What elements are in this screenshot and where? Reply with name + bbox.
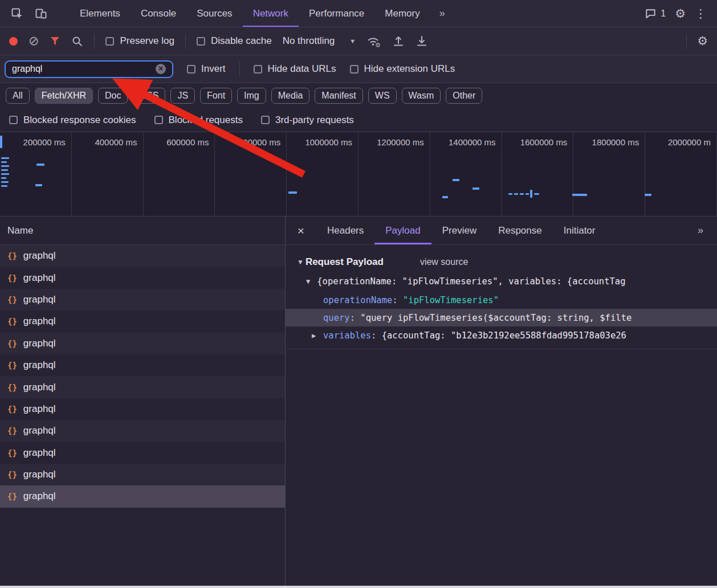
- tab-console[interactable]: Console: [131, 0, 186, 27]
- waterfall-request-bar[interactable]: [1, 185, 7, 187]
- waterfall-request-bar[interactable]: [514, 193, 518, 195]
- settings-gear-icon[interactable]: ⚙: [675, 7, 686, 21]
- preserve-log-checkbox-group[interactable]: Preserve log: [105, 35, 174, 47]
- view-source-link[interactable]: view source: [420, 257, 468, 267]
- request-row[interactable]: {}graphql: [0, 485, 285, 507]
- request-row[interactable]: {}graphql: [0, 398, 285, 420]
- type-filter-js[interactable]: JS: [170, 88, 195, 104]
- tab-memory[interactable]: Memory: [374, 0, 430, 27]
- search-network-icon[interactable]: [71, 35, 83, 47]
- clear-network-log-icon[interactable]: ⊘: [28, 35, 39, 47]
- expand-arrow-icon[interactable]: ▶: [312, 332, 323, 340]
- network-settings-gear-icon[interactable]: ⚙: [697, 34, 708, 48]
- type-filter-css[interactable]: CSS: [133, 88, 165, 104]
- type-filter-other[interactable]: Other: [446, 88, 482, 104]
- waterfall-request-bar[interactable]: [442, 196, 448, 198]
- hide-extension-urls-checkbox-group[interactable]: Hide extension URLs: [350, 63, 455, 75]
- request-row[interactable]: {}graphql: [0, 442, 285, 464]
- tab-elements[interactable]: Elements: [70, 0, 131, 27]
- waterfall-request-bar[interactable]: [472, 187, 479, 190]
- request-row[interactable]: {}graphql: [0, 420, 285, 442]
- third-party-checkbox[interactable]: [261, 116, 270, 124]
- clear-filter-icon[interactable]: ×: [156, 64, 166, 74]
- details-tab-response[interactable]: Response: [487, 217, 553, 244]
- name-column-header[interactable]: Name: [0, 217, 285, 245]
- waterfall-request-bar[interactable]: [36, 164, 44, 166]
- hide-extension-urls-checkbox[interactable]: [350, 65, 358, 74]
- waterfall-request-bar[interactable]: [572, 194, 587, 196]
- request-row[interactable]: {}graphql: [0, 245, 285, 267]
- payload-root-row[interactable]: ▼ {operationName: "ipFlowTimeseries", va…: [286, 272, 717, 291]
- hide-data-urls-checkbox[interactable]: [254, 65, 262, 74]
- disable-cache-checkbox-group[interactable]: Disable cache: [197, 35, 272, 47]
- expand-arrow-icon[interactable]: ▼: [306, 277, 310, 285]
- type-filter-media[interactable]: Media: [271, 88, 310, 104]
- type-filter-all[interactable]: All: [6, 88, 30, 104]
- details-tab-payload[interactable]: Payload: [374, 217, 431, 244]
- inspect-element-icon[interactable]: [7, 3, 27, 24]
- request-row[interactable]: {}graphql: [0, 267, 285, 288]
- blocked-requests-checkbox-group[interactable]: Blocked requests: [154, 115, 243, 126]
- invert-checkbox[interactable]: [187, 65, 195, 74]
- waterfall-request-bar[interactable]: [530, 190, 532, 198]
- payload-row[interactable]: ▶variables: {accountTag: "b12e3b2192ee55…: [286, 326, 717, 344]
- waterfall-request-bar[interactable]: [0, 136, 2, 148]
- request-row[interactable]: {}graphql: [0, 333, 285, 354]
- details-tab-headers[interactable]: Headers: [316, 217, 374, 244]
- waterfall-request-bar[interactable]: [288, 191, 297, 194]
- blocked-cookies-checkbox-group[interactable]: Blocked response cookies: [9, 115, 136, 126]
- waterfall-request-bar[interactable]: [1, 165, 9, 167]
- payload-row[interactable]: query: "query ipFlowTimeseries($accountT…: [286, 309, 717, 326]
- waterfall-request-bar[interactable]: [520, 193, 524, 195]
- waterfall-request-bar[interactable]: [534, 193, 539, 195]
- details-tab-initiator[interactable]: Initiator: [553, 217, 606, 244]
- request-row[interactable]: {}graphql: [0, 464, 285, 485]
- more-tabs-icon[interactable]: »: [434, 0, 451, 27]
- type-filter-font[interactable]: Font: [200, 88, 232, 104]
- record-network-log-button[interactable]: [9, 37, 18, 46]
- type-filter-doc[interactable]: Doc: [98, 88, 128, 104]
- type-filter-ws[interactable]: WS: [368, 88, 397, 104]
- waterfall-request-bar[interactable]: [1, 177, 6, 179]
- network-overview-waterfall[interactable]: 200000 ms400000 ms600000 ms800000 ms1000…: [0, 132, 717, 217]
- waterfall-request-bar[interactable]: [1, 157, 9, 159]
- invert-checkbox-group[interactable]: Invert: [187, 63, 226, 75]
- waterfall-request-bar[interactable]: [1, 173, 9, 175]
- request-row[interactable]: {}graphql: [0, 354, 285, 376]
- import-har-icon[interactable]: [392, 35, 405, 47]
- tab-performance[interactable]: Performance: [299, 0, 374, 27]
- filter-input[interactable]: graphql ×: [5, 60, 173, 78]
- type-filter-img[interactable]: Img: [237, 88, 266, 104]
- request-row[interactable]: {}graphql: [0, 311, 285, 332]
- third-party-checkbox-group[interactable]: 3rd-party requests: [261, 115, 354, 126]
- disable-cache-checkbox[interactable]: [197, 37, 205, 46]
- waterfall-request-bar[interactable]: [508, 193, 512, 195]
- console-messages-indicator[interactable]: 1: [645, 7, 666, 19]
- payload-row[interactable]: operationName: "ipFlowTimeseries": [286, 291, 717, 309]
- details-tab-preview[interactable]: Preview: [431, 217, 487, 244]
- hide-data-urls-checkbox-group[interactable]: Hide data URLs: [254, 63, 336, 75]
- filter-input-value[interactable]: graphql: [12, 64, 151, 74]
- waterfall-request-bar[interactable]: [1, 181, 9, 183]
- blocked-requests-checkbox[interactable]: [154, 116, 163, 124]
- request-row[interactable]: {}graphql: [0, 289, 285, 311]
- kebab-menu-icon[interactable]: ⋮: [695, 7, 707, 21]
- tab-sources[interactable]: Sources: [186, 0, 242, 27]
- type-filter-fetch-xhr[interactable]: Fetch/XHR: [35, 88, 93, 104]
- network-conditions-icon[interactable]: ⚙: [366, 35, 381, 48]
- waterfall-request-bar[interactable]: [1, 169, 8, 171]
- waterfall-request-bar[interactable]: [645, 194, 651, 196]
- export-har-icon[interactable]: [415, 35, 428, 47]
- waterfall-request-bar[interactable]: [1, 161, 7, 163]
- tab-network[interactable]: Network: [243, 0, 299, 27]
- request-payload-section-header[interactable]: ▼ Request Payload view source: [286, 252, 717, 272]
- waterfall-request-bar[interactable]: [35, 184, 42, 186]
- device-toolbar-icon[interactable]: [31, 3, 51, 24]
- preserve-log-checkbox[interactable]: [105, 37, 114, 46]
- filter-funnel-icon[interactable]: [50, 36, 60, 46]
- type-filter-manifest[interactable]: Manifest: [315, 88, 362, 104]
- blocked-cookies-checkbox[interactable]: [9, 116, 18, 124]
- type-filter-wasm[interactable]: Wasm: [402, 88, 441, 104]
- details-more-tabs-icon[interactable]: »: [698, 224, 703, 236]
- close-details-icon[interactable]: ×: [286, 224, 316, 238]
